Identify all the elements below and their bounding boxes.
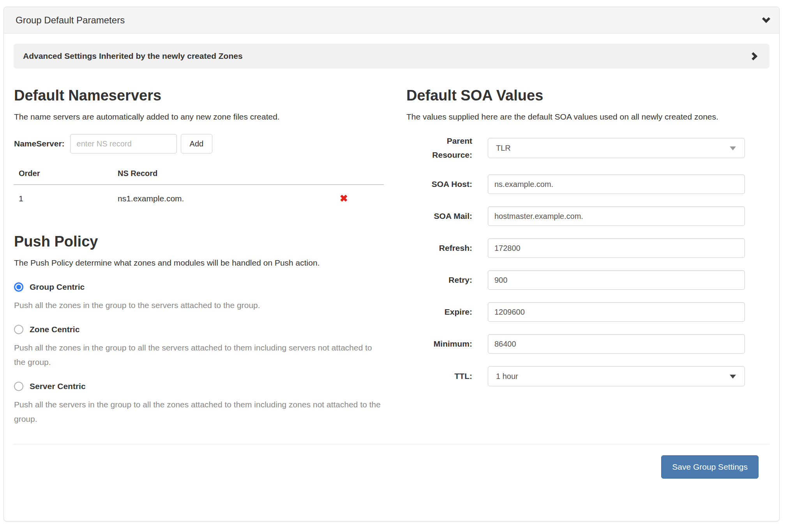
order-column-header: Order [14,169,113,185]
retry-row: Retry: [406,270,745,290]
default-soa-values-heading: Default SOA Values [406,87,745,104]
ns-record-column-header: NS Record [113,169,335,185]
soa-description: The values supplied here are the default… [406,109,745,124]
radio-description: Push all the zones in the group to all t… [14,340,384,369]
soa-host-label: SOA Host: [406,177,472,191]
delete-icon[interactable]: ✖ [340,193,348,204]
nameserver-table: Order NS Record 1 ns1.example.com. ✖ [14,169,384,208]
radio-server-centric[interactable]: Server Centric [14,382,384,391]
advanced-settings-label: Advanced Settings Inherited by the newly… [23,51,753,61]
content-columns: Default Nameservers The name servers are… [14,87,769,429]
nameservers-section: Default Nameservers The name servers are… [14,87,384,429]
minimum-input[interactable] [488,334,745,354]
soa-section: Default SOA Values The values supplied h… [406,87,745,429]
panel-title: Group Default Parameters [16,15,763,26]
group-default-parameters-panel: Group Default Parameters Advanced Settin… [4,7,780,521]
default-nameservers-heading: Default Nameservers [14,87,384,104]
panel-header[interactable]: Group Default Parameters [4,7,779,33]
radio-description: Push all the zones in the group to the s… [14,298,384,312]
expire-row: Expire: [406,302,745,322]
refresh-label: Refresh: [406,241,472,255]
soa-host-input[interactable] [488,174,745,194]
ns-record-cell: ns1.example.com. [113,185,335,208]
radio-label: Server Centric [30,382,86,391]
footer: Save Group Settings [14,455,759,479]
parent-resource-value: TLR [496,144,511,153]
soa-host-row: SOA Host: [406,174,745,194]
refresh-input[interactable] [488,238,745,258]
soa-mail-row: SOA Mail: [406,206,745,226]
ttl-value: 1 hour [496,372,518,381]
radio-group-centric[interactable]: Group Centric [14,282,384,292]
save-group-settings-button[interactable]: Save Group Settings [661,455,759,479]
ttl-row: TTL: 1 hour [406,366,745,386]
nameserver-form: NameServer: Add [14,134,384,153]
panel-body: Advanced Settings Inherited by the newly… [4,33,779,479]
nameservers-description: The name servers are automatically added… [14,109,384,124]
radio-button-icon[interactable] [14,325,23,334]
radio-description: Push all the servers in the group to all… [14,397,384,426]
caret-down-icon [730,375,736,379]
chevron-down-icon [762,15,770,23]
ttl-label: TTL: [406,369,472,383]
expire-label: Expire: [406,305,472,319]
parent-resource-label: Parent Resource: [406,134,472,162]
table-row: 1 ns1.example.com. ✖ [14,185,384,208]
footer-divider [14,444,769,444]
parent-resource-select[interactable]: TLR [488,138,745,158]
nameserver-input[interactable] [70,134,177,153]
order-cell: 1 [14,185,113,208]
ttl-select[interactable]: 1 hour [488,366,745,386]
expire-input[interactable] [488,302,745,322]
radio-zone-centric[interactable]: Zone Centric [14,325,384,334]
caret-down-icon [730,146,736,150]
advanced-settings-bar[interactable]: Advanced Settings Inherited by the newly… [14,44,769,69]
radio-label: Group Centric [30,282,85,292]
retry-input[interactable] [488,270,745,290]
add-button[interactable]: Add [181,134,213,153]
nameserver-label: NameServer: [14,139,65,148]
retry-label: Retry: [406,273,472,287]
actions-column-header [335,169,384,185]
minimum-row: Minimum: [406,334,745,354]
soa-mail-input[interactable] [488,206,745,226]
push-policy-description: The Push Policy determine what zones and… [14,255,384,270]
push-policy-heading: Push Policy [14,233,384,250]
soa-mail-label: SOA Mail: [406,209,472,223]
radio-button-icon[interactable] [14,282,23,292]
refresh-row: Refresh: [406,238,745,258]
radio-button-icon[interactable] [14,382,23,391]
radio-label: Zone Centric [30,325,79,334]
parent-resource-row: Parent Resource: TLR [406,134,745,162]
minimum-label: Minimum: [406,337,472,351]
